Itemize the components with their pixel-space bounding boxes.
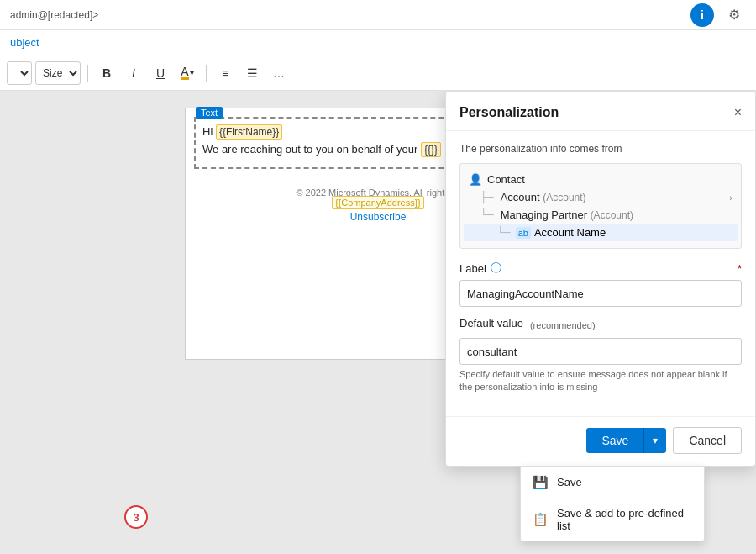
panel-header: Personalization × (446, 92, 755, 131)
close-button[interactable]: × (734, 106, 742, 119)
default-value-input[interactable] (459, 338, 742, 365)
gear-icon[interactable]: ⚙ (722, 3, 746, 27)
step-badge: 3 (124, 505, 148, 529)
italic-button[interactable]: I (122, 61, 145, 85)
save-dropdown-button[interactable]: ▾ (643, 428, 666, 453)
account-name-label: Account Name (534, 226, 606, 239)
label-field-label: Label (459, 262, 486, 275)
section-label: The personalization info comes from (459, 143, 742, 155)
save-option[interactable]: 💾 Save (521, 467, 704, 499)
default-value-label: Default value (459, 317, 523, 330)
panel-body: The personalization info comes from 👤 Co… (446, 131, 755, 416)
save-icon: 💾 (533, 475, 549, 490)
list-button[interactable]: ☰ (240, 61, 264, 85)
save-button-group: Save ▾ (586, 428, 666, 453)
label-required-star: * (738, 262, 742, 275)
top-bar-actions: i ⚙ (690, 3, 746, 27)
save-option-label: Save (557, 476, 582, 488)
save-dropdown-menu: 💾 Save 📋 Save & add to pre-defined list (520, 466, 705, 541)
subject-bar: ubject (0, 30, 756, 55)
managing-partner-label: Managing Partner (Account) (501, 208, 633, 221)
personalization-tree: 👤 Contact ├─ Account (Account) › └─ Mana… (459, 163, 742, 249)
align-button[interactable]: ≡ (213, 61, 237, 85)
account-name-icon: ab (516, 227, 531, 239)
panel-title: Personalization (459, 105, 559, 120)
label-info-icon[interactable]: ⓘ (491, 261, 501, 276)
contact-icon: 👤 (469, 173, 482, 186)
info-icon[interactable]: i (690, 3, 714, 27)
default-value-header: Default value (recommended) (459, 317, 742, 334)
label-field-row: Label ⓘ * (459, 261, 742, 307)
toolbar-divider-2 (206, 65, 207, 82)
editor-area: Text Hi {{FirstName}} We are reaching ou… (0, 91, 756, 554)
default-value-sublabel: (recommended) (528, 320, 596, 330)
text-block-label: Text (196, 107, 223, 119)
firstname-token: {{FirstName}} (216, 124, 282, 140)
action-row: Save ▾ Cancel (446, 416, 755, 466)
font-color-button[interactable]: A ▾ (176, 61, 199, 85)
subject-label: ubject (10, 36, 39, 49)
underline-button[interactable]: U (149, 61, 172, 85)
more-button[interactable]: … (267, 61, 291, 85)
account-chevron-icon: › (729, 193, 732, 203)
tree-connector-managing: └─ (480, 208, 494, 221)
personalization-panel: Personalization × The personalization in… (445, 91, 756, 467)
editor-toolbar: Size B I U A ▾ ≡ ☰ … (0, 55, 756, 91)
tree-item-account-name[interactable]: └─ ab Account Name (464, 224, 738, 241)
tree-item-contact[interactable]: 👤 Contact (464, 171, 738, 188)
hint-text: Specify default value to ensure message … (459, 368, 742, 394)
toolbar-divider-1 (87, 65, 88, 82)
tree-connector-account: ├─ (480, 191, 494, 203)
font-family-select[interactable] (7, 61, 32, 85)
tree-item-managing-partner[interactable]: └─ Managing Partner (Account) (464, 206, 738, 224)
tree-connector-accountname: └─ (497, 226, 511, 239)
label-field-header: Label ⓘ * (459, 261, 742, 276)
placeholder-token: {{}} (421, 142, 441, 157)
cancel-button[interactable]: Cancel (673, 427, 742, 454)
save-predefined-label: Save & add to pre-defined list (557, 507, 692, 532)
admin-email: admin@[redacted]> (10, 9, 98, 21)
contact-label: Contact (487, 173, 525, 186)
default-value-field-row: Default value (recommended) Specify defa… (459, 317, 742, 394)
save-predefined-option[interactable]: 📋 Save & add to pre-defined list (521, 499, 704, 541)
bold-button[interactable]: B (95, 61, 118, 85)
font-size-select[interactable]: Size (35, 61, 81, 85)
tree-item-account[interactable]: ├─ Account (Account) › (464, 188, 738, 206)
top-bar: admin@[redacted]> i ⚙ (0, 0, 756, 30)
company-address-token: {{CompanyAddress}} (332, 196, 424, 209)
account-label: Account (Account) (501, 191, 586, 203)
save-button[interactable]: Save (586, 428, 643, 453)
save-predefined-icon: 📋 (533, 512, 549, 527)
label-input[interactable] (459, 280, 742, 307)
